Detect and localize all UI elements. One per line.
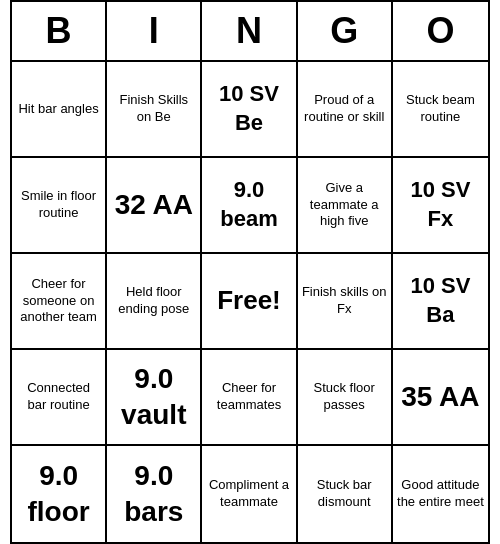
bingo-cell: 9.0 bars [107,446,202,542]
bingo-cell: Hit bar angles [12,62,107,158]
header-letter: I [107,2,202,60]
bingo-header: BINGO [12,2,488,62]
bingo-cell: Compliment a teammate [202,446,297,542]
bingo-cell: 10 SV Fx [393,158,488,254]
bingo-cell: Give a teammate a high five [298,158,393,254]
bingo-cell: Cheer for someone on another team [12,254,107,350]
bingo-cell: Stuck bar dismount [298,446,393,542]
bingo-cell: Held floor ending pose [107,254,202,350]
bingo-cell: Connected bar routine [12,350,107,446]
bingo-card: BINGO Hit bar anglesFinish Skills on Be1… [10,0,490,544]
bingo-cell: Free! [202,254,297,350]
header-letter: O [393,2,488,60]
bingo-cell: Good attitude the entire meet [393,446,488,542]
bingo-cell: 9.0 floor [12,446,107,542]
header-letter: G [298,2,393,60]
bingo-cell: 35 AA [393,350,488,446]
bingo-cell: Stuck beam routine [393,62,488,158]
bingo-cell: Finish skills on Fx [298,254,393,350]
bingo-cell: Cheer for teammates [202,350,297,446]
bingo-cell: Finish Skills on Be [107,62,202,158]
bingo-cell: 32 AA [107,158,202,254]
header-letter: N [202,2,297,60]
header-letter: B [12,2,107,60]
bingo-cell: Proud of a routine or skill [298,62,393,158]
bingo-cell: 10 SV Be [202,62,297,158]
bingo-cell: Smile in floor routine [12,158,107,254]
bingo-cell: 9.0 vault [107,350,202,446]
bingo-cell: 10 SV Ba [393,254,488,350]
bingo-cell: Stuck floor passes [298,350,393,446]
bingo-cell: 9.0 beam [202,158,297,254]
bingo-grid: Hit bar anglesFinish Skills on Be10 SV B… [12,62,488,542]
